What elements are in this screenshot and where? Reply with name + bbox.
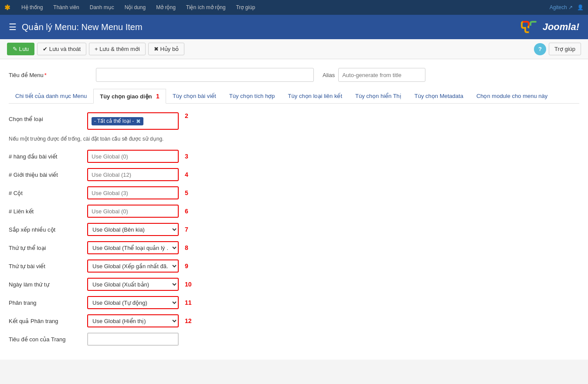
category-tag: - Tất cả thể loại - ✖ xyxy=(92,117,143,125)
field-control-6: Use Global (Xếp gần nhất đã… Xếp gần nhấ… xyxy=(87,259,188,273)
field-num-5: 8 xyxy=(185,244,188,251)
field-input-3[interactable] xyxy=(87,205,179,218)
title-label: Tiêu đề Menu* xyxy=(9,72,96,78)
field-control-7: Use Global (Xuất bản) Xuất bản 10 xyxy=(87,278,192,291)
tab-tuy-chon-tich-hop[interactable]: Tùy chọn tích hợp xyxy=(223,89,282,104)
user-icon[interactable]: 👤 xyxy=(577,4,584,10)
category-box: - Tất cả thể loại - ✖ xyxy=(87,112,179,130)
field-label-4: Sắp xếp nhiều cột xyxy=(9,226,87,233)
alias-input[interactable] xyxy=(338,68,425,82)
help-button[interactable]: ? xyxy=(534,43,546,55)
field-num-2b: 5 xyxy=(185,189,188,196)
luu-thoat-button[interactable]: ✔ Lưu và thoát xyxy=(37,43,86,55)
joomla-top-icon: ✱ xyxy=(4,3,10,12)
huy-bo-button[interactable]: ✖ Hủy bỏ xyxy=(148,43,184,55)
tab-tuy-chon-giao-dien[interactable]: Tùy chọn giao diện 1 xyxy=(93,89,166,104)
top-nav-right: Agitech ↗ 👤 xyxy=(550,4,584,10)
field-control-3: 6 xyxy=(87,205,188,218)
field-input-2[interactable] xyxy=(87,186,179,199)
field-num-0: 3 xyxy=(185,153,188,160)
top-navigation: ✱ Hệ thống Thành viên Danh mục Nội dung … xyxy=(0,0,588,15)
top-nav-menu: Hệ thống Thành viên Danh mục Nội dung Mở… xyxy=(16,0,550,15)
joomla-logo-text: Joomla! xyxy=(543,21,579,33)
field-num-4: 7 xyxy=(185,226,188,233)
field-row-1: # Giới thiệu bài viết 4 xyxy=(9,168,579,181)
field-label-9: Kết quả Phân trang xyxy=(9,318,87,324)
nav-danh-muc[interactable]: Danh mục xyxy=(85,0,119,15)
field-label-8: Phân trang xyxy=(9,300,87,306)
header-title-area: ☰ Quản lý Menu: New Menu Item xyxy=(9,22,143,32)
field-label-1: # Giới thiệu bài viết xyxy=(9,172,87,178)
nav-tien-ich[interactable]: Tiện ích mở rộng xyxy=(181,0,231,15)
toolbar-right: ? Trợ giúp xyxy=(534,43,581,55)
page-title: Quản lý Menu: New Menu Item xyxy=(22,22,143,32)
alias-label: Alias xyxy=(323,72,335,78)
field-select-5[interactable]: Use Global (Thể loại quản lý … Thể loại … xyxy=(87,241,179,254)
nav-mo-rong[interactable]: Mở rộng xyxy=(151,0,181,15)
nav-noi-dung[interactable]: Nội dung xyxy=(119,0,151,15)
field-label-5: Thứ tự thể loại xyxy=(9,245,87,251)
field-row-3: # Liên kết 6 xyxy=(9,205,579,218)
chon-the-loai-row: Chọn thể loại - Tất cả thể loại - ✖ 2 xyxy=(9,112,579,130)
field-input-0[interactable] xyxy=(87,150,179,163)
nav-he-thong[interactable]: Hệ thống xyxy=(16,0,48,15)
field-select-7[interactable]: Use Global (Xuất bản) Xuất bản xyxy=(87,278,179,291)
field-row-5: Thứ tự thể loại Use Global (Thể loại quả… xyxy=(9,241,579,254)
field-row-6: Thứ tự bài viết Use Global (Xếp gần nhất… xyxy=(9,259,579,273)
tab-chi-tiet[interactable]: Chi tiết của danh mục Menu xyxy=(9,89,93,104)
title-row: Tiêu đề Menu* Alias xyxy=(9,68,579,82)
field-control-10 xyxy=(87,333,179,346)
field-control-0: 3 xyxy=(87,150,188,163)
field-control-5: Use Global (Thể loại quản lý … Thể loại … xyxy=(87,241,188,254)
field-row-0: # hàng đầu bài viết 3 xyxy=(9,150,579,163)
field-row-9: Kết quả Phân trang Use Global (Hiển thị)… xyxy=(9,314,579,327)
field-row-8: Phân trang Use Global (Tự động) Tự động … xyxy=(9,296,579,309)
joomla-logo: Joomla! xyxy=(519,18,579,36)
field-num-7: 10 xyxy=(185,281,192,288)
tab-tuy-chon-metadata[interactable]: Tùy chọn Metadata xyxy=(408,89,470,104)
field-num-2: 2 xyxy=(185,112,188,119)
category-remove-button[interactable]: ✖ xyxy=(136,118,141,125)
header-bar: ☰ Quản lý Menu: New Menu Item Joomla! xyxy=(0,15,588,39)
field-control-8: Use Global (Tự động) Tự động Ẩn Hiện 11 xyxy=(87,296,192,309)
tab-chon-module[interactable]: Chọn module cho menu này xyxy=(470,89,554,104)
section-note: Nếu một trường được để trống, cài đặt to… xyxy=(9,136,579,142)
header-menu-icon[interactable]: ☰ xyxy=(9,22,17,32)
field-select-8[interactable]: Use Global (Tự động) Tự động Ẩn Hiện xyxy=(87,296,179,309)
field-select-9[interactable]: Use Global (Hiển thị) Hiển thị Ẩn xyxy=(87,314,179,327)
field-label-3: # Liên kết xyxy=(9,208,87,215)
field-row-7: Ngày làm thứ tự Use Global (Xuất bản) Xu… xyxy=(9,278,579,291)
agitech-link[interactable]: Agitech ↗ xyxy=(550,4,573,10)
nav-tro-giup[interactable]: Trợ giúp xyxy=(231,0,260,15)
field-select-6[interactable]: Use Global (Xếp gần nhất đã… Xếp gần nhấ… xyxy=(87,259,179,273)
nav-thanh-vien[interactable]: Thành viên xyxy=(48,0,84,15)
luu-them-moi-button[interactable]: + Lưu & thêm mới xyxy=(89,43,146,55)
field-input-10[interactable] xyxy=(87,333,179,346)
title-input[interactable] xyxy=(96,68,314,82)
content-area: Tiêu đề Menu* Alias Chi tiết của danh mụ… xyxy=(0,59,588,360)
field-row-2: # Cột 5 xyxy=(9,186,579,199)
joomla-logo-svg xyxy=(519,18,540,36)
field-label-0: # hàng đầu bài viết xyxy=(9,153,87,160)
field-control-9: Use Global (Hiển thị) Hiển thị Ẩn 12 xyxy=(87,314,192,327)
field-row-10: Tiêu đề con của Trang xyxy=(9,333,579,346)
tro-giup-button[interactable]: Trợ giúp xyxy=(549,43,581,55)
tab-tuy-chon-hien-thi[interactable]: Tùy chọn hiển Thị xyxy=(349,89,408,104)
field-control-1: 4 xyxy=(87,168,188,181)
tab-tuy-chon-loai-lien-ket[interactable]: Tùy chọn loại liên kết xyxy=(282,89,349,104)
field-select-4[interactable]: Use Global (Bên kia) Bên kia Bên trái xyxy=(87,223,179,236)
tab-badge-1: 1 xyxy=(156,93,160,100)
field-label-2: # Cột xyxy=(9,190,87,196)
luu-button[interactable]: ✎ Lưu xyxy=(7,43,34,55)
field-num-8: 11 xyxy=(185,299,192,306)
chon-the-loai-label: Chọn thể loại xyxy=(9,112,87,122)
field-input-1[interactable] xyxy=(87,168,179,181)
field-num-1: 4 xyxy=(185,171,188,178)
field-num-3: 6 xyxy=(185,208,188,215)
field-label-7: Ngày làm thứ tự xyxy=(9,281,87,288)
toolbar: ✎ Lưu ✔ Lưu và thoát + Lưu & thêm mới ✖ … xyxy=(0,39,588,59)
svg-point-1 xyxy=(529,26,532,28)
required-marker: * xyxy=(44,72,47,78)
tab-tuy-chon-bai-viet[interactable]: Tùy chọn bài viết xyxy=(166,89,223,104)
field-label-6: Thứ tự bài viết xyxy=(9,263,87,269)
